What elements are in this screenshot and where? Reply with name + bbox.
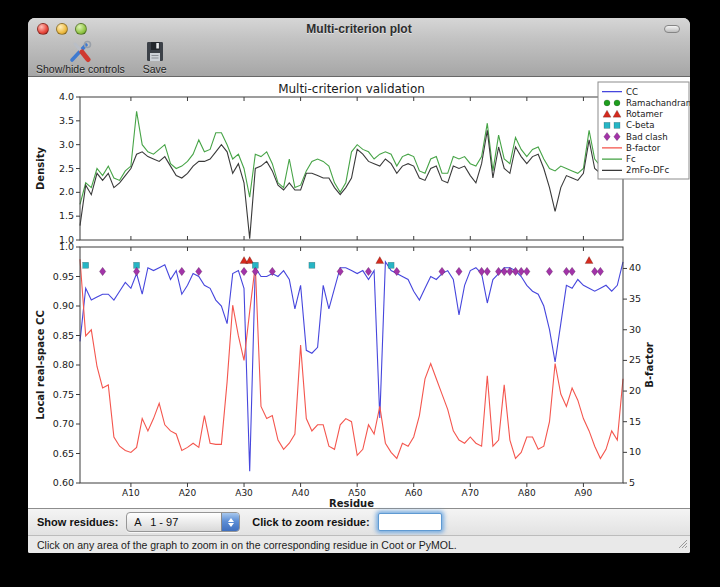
minimize-button[interactable] bbox=[56, 23, 68, 35]
svg-text:0.70: 0.70 bbox=[53, 418, 74, 429]
legend: CCRamachandranRotamerC-betaBad clashB-fa… bbox=[598, 82, 690, 179]
svg-text:2.0: 2.0 bbox=[59, 186, 74, 197]
svg-text:A60: A60 bbox=[405, 488, 423, 498]
svg-text:A10: A10 bbox=[122, 488, 140, 498]
resize-grip[interactable] bbox=[677, 538, 688, 551]
show-residues-select[interactable]: A 1 - 97 bbox=[126, 512, 240, 532]
cc-line bbox=[80, 262, 623, 471]
svg-text:A40: A40 bbox=[292, 488, 310, 498]
svg-text:0.60: 0.60 bbox=[53, 477, 74, 488]
svg-text:5: 5 bbox=[629, 477, 635, 488]
svg-text:0.95: 0.95 bbox=[53, 271, 74, 282]
svg-text:1.5: 1.5 bbox=[59, 210, 74, 221]
svg-text:Fc: Fc bbox=[626, 154, 636, 164]
svg-text:A80: A80 bbox=[518, 488, 536, 498]
svg-text:4.0: 4.0 bbox=[59, 91, 74, 102]
save-label: Save bbox=[143, 63, 167, 75]
status-bar: Click on any area of the graph to zoom i… bbox=[28, 535, 690, 553]
rotamer-markers bbox=[240, 257, 593, 264]
stepper-up-down-icon bbox=[221, 513, 239, 531]
show-residues-label: Show residues: bbox=[37, 516, 118, 528]
cc-axis-label: Local real-space CC bbox=[35, 310, 46, 420]
density-panel: 4.03.53.02.52.01.51.0 bbox=[59, 91, 623, 245]
svg-text:A70: A70 bbox=[461, 488, 479, 498]
window-chrome: Multi-criterion plot bbox=[28, 18, 690, 77]
2mfo-dfc-line bbox=[80, 130, 623, 238]
svg-text:1.0: 1.0 bbox=[59, 241, 74, 252]
show-hide-controls-button[interactable]: Show/hide controls bbox=[34, 40, 127, 75]
status-text: Click on any area of the graph to zoom i… bbox=[37, 539, 457, 551]
svg-text:2.5: 2.5 bbox=[59, 163, 74, 174]
svg-text:0.85: 0.85 bbox=[53, 330, 74, 341]
svg-text:35: 35 bbox=[629, 293, 641, 304]
residue-axis-label: Residue bbox=[329, 498, 374, 508]
svg-text:Rotamer: Rotamer bbox=[626, 109, 663, 119]
svg-text:A90: A90 bbox=[575, 488, 593, 498]
plot-title: Multi-criterion validation bbox=[278, 82, 425, 96]
close-button[interactable] bbox=[37, 23, 49, 35]
svg-text:10: 10 bbox=[629, 446, 641, 457]
svg-text:25: 25 bbox=[629, 354, 641, 365]
window-title: Multi-criterion plot bbox=[28, 18, 690, 40]
svg-text:20: 20 bbox=[629, 385, 641, 396]
svg-text:0.90: 0.90 bbox=[53, 300, 74, 311]
titlebar[interactable]: Multi-criterion plot bbox=[28, 18, 690, 40]
svg-text:A20: A20 bbox=[179, 488, 197, 498]
svg-text:3.5: 3.5 bbox=[59, 115, 74, 126]
show-hide-controls-label: Show/hide controls bbox=[36, 63, 125, 75]
show-residues-value: A 1 - 97 bbox=[127, 513, 221, 531]
desktop-background: Multi-criterion plot bbox=[0, 0, 720, 587]
svg-text:A50: A50 bbox=[348, 488, 366, 498]
zoom-button[interactable] bbox=[75, 23, 87, 35]
svg-text:Bad clash: Bad clash bbox=[626, 132, 668, 142]
fc-line bbox=[80, 111, 623, 204]
plot-canvas[interactable]: Multi-criterion validation4.03.53.02.52.… bbox=[28, 77, 690, 508]
tools-icon bbox=[68, 40, 93, 63]
zoom-residue-input[interactable] bbox=[378, 513, 442, 531]
save-icon bbox=[144, 40, 166, 63]
svg-text:15: 15 bbox=[629, 416, 641, 427]
svg-text:40: 40 bbox=[629, 262, 641, 273]
svg-text:0.75: 0.75 bbox=[53, 389, 74, 400]
multi-criterion-plot-window: Multi-criterion plot bbox=[28, 18, 690, 553]
plot-content-area: Multi-criterion validation4.03.53.02.52.… bbox=[28, 77, 690, 508]
c-beta-markers bbox=[83, 262, 394, 268]
svg-text:0.80: 0.80 bbox=[53, 359, 74, 370]
toolbar: Show/hide controls Save bbox=[34, 40, 169, 77]
svg-text:B-factor: B-factor bbox=[626, 143, 661, 153]
cc-bfactor-panel: 1.00.950.900.850.800.750.700.650.6040353… bbox=[53, 241, 641, 498]
toolbar-toggle-pill[interactable] bbox=[664, 25, 680, 33]
save-button[interactable]: Save bbox=[141, 40, 169, 75]
svg-text:30: 30 bbox=[629, 324, 641, 335]
svg-text:Ramachandran: Ramachandran bbox=[626, 98, 690, 108]
density-axis-label: Density bbox=[35, 147, 46, 190]
svg-text:C-beta: C-beta bbox=[626, 120, 654, 130]
svg-text:A30: A30 bbox=[235, 488, 253, 498]
svg-text:CC: CC bbox=[626, 87, 638, 97]
svg-text:3.0: 3.0 bbox=[59, 139, 74, 150]
svg-text:0.65: 0.65 bbox=[53, 448, 74, 459]
b-factor-line bbox=[80, 259, 623, 458]
control-bar: Show residues: A 1 - 97 Click to zoom re… bbox=[28, 508, 690, 535]
bfactor-axis-label: B-factor bbox=[644, 342, 655, 387]
zoom-residue-label: Click to zoom residue: bbox=[252, 516, 369, 528]
svg-text:2mFo-DFc: 2mFo-DFc bbox=[626, 165, 670, 175]
